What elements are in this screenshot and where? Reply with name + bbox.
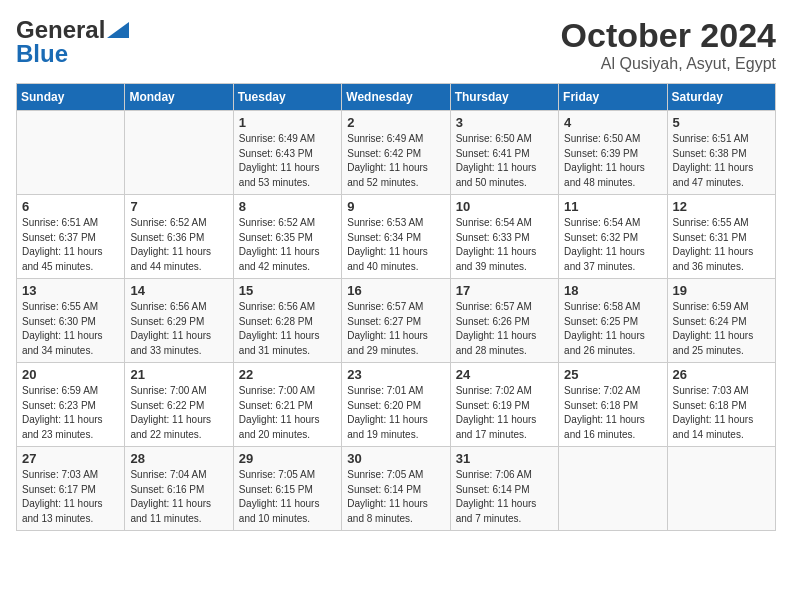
day-number: 11 [564, 199, 661, 214]
day-number: 1 [239, 115, 336, 130]
calendar-cell: 6Sunrise: 6:51 AMSunset: 6:37 PMDaylight… [17, 195, 125, 279]
calendar-cell: 3Sunrise: 6:50 AMSunset: 6:41 PMDaylight… [450, 111, 558, 195]
cell-detail: Sunrise: 6:52 AMSunset: 6:35 PMDaylight:… [239, 216, 336, 274]
day-number: 3 [456, 115, 553, 130]
title-block: October 2024 Al Qusiyah, Asyut, Egypt [561, 16, 776, 73]
day-number: 9 [347, 199, 444, 214]
calendar-cell: 24Sunrise: 7:02 AMSunset: 6:19 PMDayligh… [450, 363, 558, 447]
cell-detail: Sunrise: 7:04 AMSunset: 6:16 PMDaylight:… [130, 468, 227, 526]
calendar-cell: 5Sunrise: 6:51 AMSunset: 6:38 PMDaylight… [667, 111, 775, 195]
calendar-cell: 13Sunrise: 6:55 AMSunset: 6:30 PMDayligh… [17, 279, 125, 363]
day-number: 24 [456, 367, 553, 382]
cell-detail: Sunrise: 6:57 AMSunset: 6:27 PMDaylight:… [347, 300, 444, 358]
cell-detail: Sunrise: 7:00 AMSunset: 6:21 PMDaylight:… [239, 384, 336, 442]
cell-detail: Sunrise: 6:50 AMSunset: 6:41 PMDaylight:… [456, 132, 553, 190]
calendar-cell: 17Sunrise: 6:57 AMSunset: 6:26 PMDayligh… [450, 279, 558, 363]
cell-detail: Sunrise: 6:52 AMSunset: 6:36 PMDaylight:… [130, 216, 227, 274]
cell-detail: Sunrise: 6:53 AMSunset: 6:34 PMDaylight:… [347, 216, 444, 274]
calendar-cell: 1Sunrise: 6:49 AMSunset: 6:43 PMDaylight… [233, 111, 341, 195]
cell-detail: Sunrise: 7:00 AMSunset: 6:22 PMDaylight:… [130, 384, 227, 442]
calendar-cell: 23Sunrise: 7:01 AMSunset: 6:20 PMDayligh… [342, 363, 450, 447]
cell-detail: Sunrise: 6:58 AMSunset: 6:25 PMDaylight:… [564, 300, 661, 358]
svg-marker-0 [107, 22, 129, 38]
calendar-cell: 10Sunrise: 6:54 AMSunset: 6:33 PMDayligh… [450, 195, 558, 279]
cell-detail: Sunrise: 7:05 AMSunset: 6:14 PMDaylight:… [347, 468, 444, 526]
cell-detail: Sunrise: 7:03 AMSunset: 6:18 PMDaylight:… [673, 384, 770, 442]
calendar-cell [667, 447, 775, 531]
day-number: 29 [239, 451, 336, 466]
week-row-4: 20Sunrise: 6:59 AMSunset: 6:23 PMDayligh… [17, 363, 776, 447]
calendar-cell: 19Sunrise: 6:59 AMSunset: 6:24 PMDayligh… [667, 279, 775, 363]
calendar-cell: 11Sunrise: 6:54 AMSunset: 6:32 PMDayligh… [559, 195, 667, 279]
calendar-cell: 29Sunrise: 7:05 AMSunset: 6:15 PMDayligh… [233, 447, 341, 531]
week-row-1: 1Sunrise: 6:49 AMSunset: 6:43 PMDaylight… [17, 111, 776, 195]
day-number: 22 [239, 367, 336, 382]
day-number: 14 [130, 283, 227, 298]
cell-detail: Sunrise: 7:02 AMSunset: 6:19 PMDaylight:… [456, 384, 553, 442]
cell-detail: Sunrise: 6:54 AMSunset: 6:33 PMDaylight:… [456, 216, 553, 274]
calendar-cell [559, 447, 667, 531]
calendar-cell: 14Sunrise: 6:56 AMSunset: 6:29 PMDayligh… [125, 279, 233, 363]
calendar-cell: 26Sunrise: 7:03 AMSunset: 6:18 PMDayligh… [667, 363, 775, 447]
calendar-cell: 2Sunrise: 6:49 AMSunset: 6:42 PMDaylight… [342, 111, 450, 195]
calendar-cell: 28Sunrise: 7:04 AMSunset: 6:16 PMDayligh… [125, 447, 233, 531]
calendar-cell: 27Sunrise: 7:03 AMSunset: 6:17 PMDayligh… [17, 447, 125, 531]
logo: General Blue [16, 16, 131, 68]
day-number: 5 [673, 115, 770, 130]
calendar-cell: 22Sunrise: 7:00 AMSunset: 6:21 PMDayligh… [233, 363, 341, 447]
logo-blue: Blue [16, 40, 68, 68]
cell-detail: Sunrise: 6:56 AMSunset: 6:29 PMDaylight:… [130, 300, 227, 358]
calendar-cell: 18Sunrise: 6:58 AMSunset: 6:25 PMDayligh… [559, 279, 667, 363]
day-number: 23 [347, 367, 444, 382]
day-number: 4 [564, 115, 661, 130]
day-header-friday: Friday [559, 84, 667, 111]
day-number: 13 [22, 283, 119, 298]
location: Al Qusiyah, Asyut, Egypt [561, 55, 776, 73]
calendar-cell: 16Sunrise: 6:57 AMSunset: 6:27 PMDayligh… [342, 279, 450, 363]
cell-detail: Sunrise: 7:05 AMSunset: 6:15 PMDaylight:… [239, 468, 336, 526]
cell-detail: Sunrise: 6:59 AMSunset: 6:23 PMDaylight:… [22, 384, 119, 442]
day-number: 16 [347, 283, 444, 298]
cell-detail: Sunrise: 6:57 AMSunset: 6:26 PMDaylight:… [456, 300, 553, 358]
calendar-cell: 4Sunrise: 6:50 AMSunset: 6:39 PMDaylight… [559, 111, 667, 195]
day-number: 12 [673, 199, 770, 214]
cell-detail: Sunrise: 6:55 AMSunset: 6:30 PMDaylight:… [22, 300, 119, 358]
cell-detail: Sunrise: 6:51 AMSunset: 6:38 PMDaylight:… [673, 132, 770, 190]
month-title: October 2024 [561, 16, 776, 55]
day-number: 2 [347, 115, 444, 130]
day-header-saturday: Saturday [667, 84, 775, 111]
day-header-sunday: Sunday [17, 84, 125, 111]
day-header-wednesday: Wednesday [342, 84, 450, 111]
day-number: 31 [456, 451, 553, 466]
calendar-cell: 25Sunrise: 7:02 AMSunset: 6:18 PMDayligh… [559, 363, 667, 447]
calendar-cell: 9Sunrise: 6:53 AMSunset: 6:34 PMDaylight… [342, 195, 450, 279]
calendar-cell: 15Sunrise: 6:56 AMSunset: 6:28 PMDayligh… [233, 279, 341, 363]
cell-detail: Sunrise: 7:02 AMSunset: 6:18 PMDaylight:… [564, 384, 661, 442]
day-number: 26 [673, 367, 770, 382]
cell-detail: Sunrise: 6:54 AMSunset: 6:32 PMDaylight:… [564, 216, 661, 274]
page-header: General Blue October 2024 Al Qusiyah, As… [16, 16, 776, 73]
day-number: 20 [22, 367, 119, 382]
week-row-3: 13Sunrise: 6:55 AMSunset: 6:30 PMDayligh… [17, 279, 776, 363]
day-number: 21 [130, 367, 227, 382]
day-number: 25 [564, 367, 661, 382]
cell-detail: Sunrise: 6:49 AMSunset: 6:43 PMDaylight:… [239, 132, 336, 190]
calendar-cell: 21Sunrise: 7:00 AMSunset: 6:22 PMDayligh… [125, 363, 233, 447]
day-number: 18 [564, 283, 661, 298]
calendar-cell [125, 111, 233, 195]
cell-detail: Sunrise: 6:56 AMSunset: 6:28 PMDaylight:… [239, 300, 336, 358]
cell-detail: Sunrise: 6:49 AMSunset: 6:42 PMDaylight:… [347, 132, 444, 190]
cell-detail: Sunrise: 6:59 AMSunset: 6:24 PMDaylight:… [673, 300, 770, 358]
calendar-cell [17, 111, 125, 195]
header-row: SundayMondayTuesdayWednesdayThursdayFrid… [17, 84, 776, 111]
cell-detail: Sunrise: 6:55 AMSunset: 6:31 PMDaylight:… [673, 216, 770, 274]
cell-detail: Sunrise: 7:06 AMSunset: 6:14 PMDaylight:… [456, 468, 553, 526]
cell-detail: Sunrise: 6:51 AMSunset: 6:37 PMDaylight:… [22, 216, 119, 274]
day-number: 7 [130, 199, 227, 214]
cell-detail: Sunrise: 7:01 AMSunset: 6:20 PMDaylight:… [347, 384, 444, 442]
day-header-thursday: Thursday [450, 84, 558, 111]
calendar-cell: 20Sunrise: 6:59 AMSunset: 6:23 PMDayligh… [17, 363, 125, 447]
calendar-cell: 7Sunrise: 6:52 AMSunset: 6:36 PMDaylight… [125, 195, 233, 279]
calendar-cell: 12Sunrise: 6:55 AMSunset: 6:31 PMDayligh… [667, 195, 775, 279]
day-number: 15 [239, 283, 336, 298]
